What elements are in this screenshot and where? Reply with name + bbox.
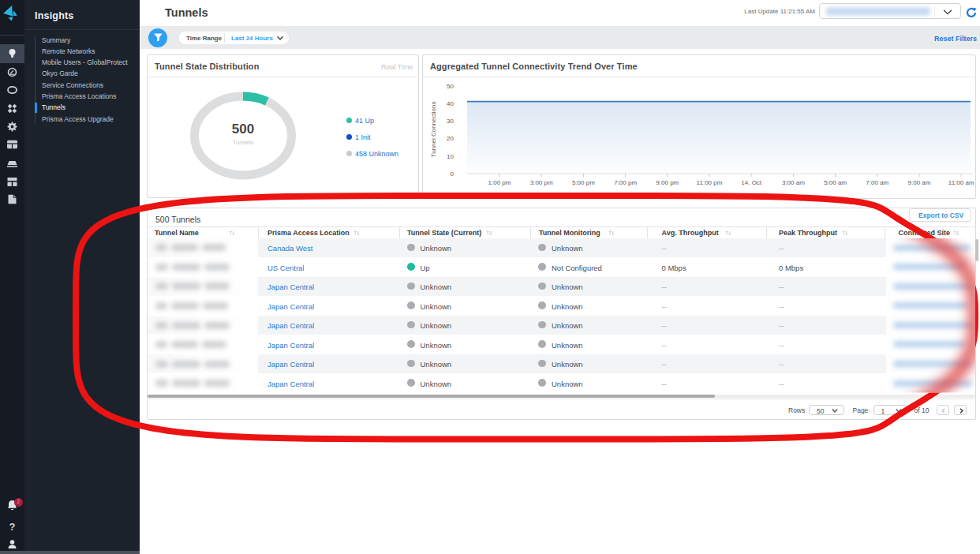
svg-text:1:00 pm: 1:00 pm [488, 179, 511, 186]
svg-text:20: 20 [447, 135, 454, 142]
svg-text:3:00 pm: 3:00 pm [530, 179, 553, 186]
svg-text:14. Oct: 14. Oct [741, 179, 762, 186]
svg-text:9:00 pm: 9:00 pm [656, 179, 679, 186]
svg-text:30: 30 [447, 118, 454, 125]
svg-text:40: 40 [447, 100, 454, 107]
svg-text:10: 10 [447, 153, 454, 160]
svg-text:50: 50 [447, 83, 454, 90]
svg-text:11:00 am: 11:00 am [948, 179, 974, 186]
svg-text:9:00 am: 9:00 am [908, 179, 931, 186]
svg-text:5:00 am: 5:00 am [824, 179, 847, 186]
svg-text:11:00 pm: 11:00 pm [697, 179, 723, 186]
svg-text:3:00 am: 3:00 am [782, 179, 805, 186]
svg-text:0: 0 [451, 170, 454, 178]
svg-text:7:00 am: 7:00 am [866, 179, 888, 186]
svg-text:7:00 pm: 7:00 pm [614, 179, 637, 186]
svg-text:5:00 pm: 5:00 pm [572, 179, 595, 186]
svg-text:Tunnel Connections: Tunnel Connections [430, 102, 437, 158]
